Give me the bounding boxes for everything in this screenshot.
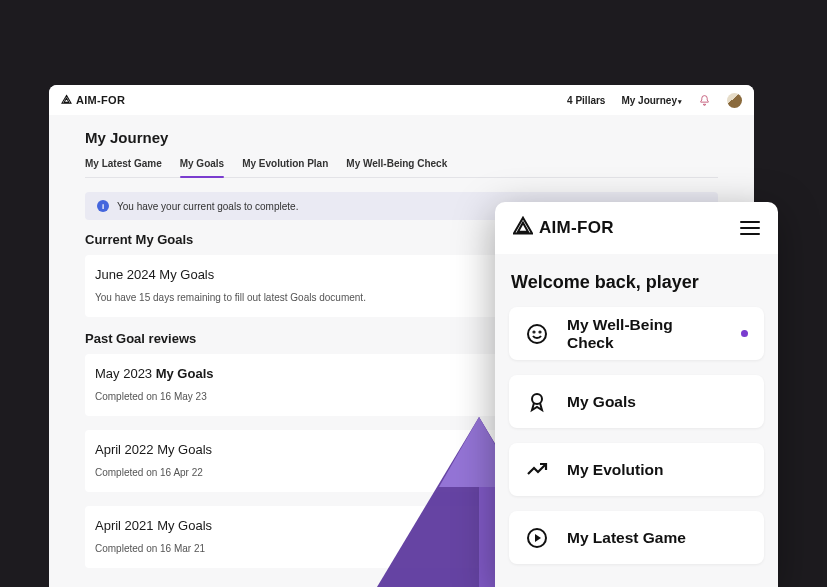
menu-icon[interactable] [740,221,760,235]
desktop-header: AIM-FOR 4 Pillars My Journey▾ [49,85,754,115]
brand-logo[interactable]: AIM-FOR [61,94,125,107]
logo-icon [61,94,72,107]
welcome-heading: Welcome back, player [511,272,764,293]
tab-bar: My Latest Game My Goals My Evolution Pla… [85,156,718,178]
chevron-down-icon: ▾ [678,98,682,105]
mobile-header: AIM-FOR [495,202,778,254]
svg-point-6 [532,394,542,404]
card-my-latest-game[interactable]: My Latest Game [509,511,764,564]
trend-up-icon [525,458,549,482]
svg-point-3 [528,325,546,343]
card-label: My Latest Game [567,529,686,547]
card-well-being-check[interactable]: My Well-Being Check [509,307,764,360]
title-month: June 2024 [95,267,159,282]
title-month: May 2023 [95,366,156,381]
tab-my-evolution-plan[interactable]: My Evolution Plan [242,156,328,177]
title-month: April 2021 [95,518,157,533]
nav-my-journey[interactable]: My Journey▾ [621,95,682,106]
rosette-icon [525,390,549,414]
mobile-body: Welcome back, player My Well-Being Check… [495,254,778,587]
tab-my-latest-game[interactable]: My Latest Game [85,156,162,177]
notifications-icon[interactable] [698,94,711,107]
mobile-app-window: AIM-FOR Welcome back, player My Well-Bei… [495,202,778,587]
header-right: 4 Pillars My Journey▾ [567,93,742,108]
svg-point-4 [533,331,534,332]
brand-logo[interactable]: AIM-FOR [513,216,614,241]
title-bold: My Goals [157,442,212,457]
svg-marker-8 [535,534,541,542]
card-label: My Well-Being Check [567,316,719,352]
card-label: My Evolution [567,461,663,479]
logo-icon [513,216,533,241]
tab-my-goals[interactable]: My Goals [180,156,224,177]
svg-point-5 [539,331,540,332]
play-circle-icon [525,526,549,550]
card-my-goals[interactable]: My Goals [509,375,764,428]
notification-dot [741,330,748,337]
title-month: April 2022 [95,442,157,457]
info-icon: i [97,200,109,212]
brand-text: AIM-FOR [539,218,614,238]
nav-my-journey-label: My Journey [621,95,677,106]
title-bold: My Goals [156,366,214,381]
tab-my-well-being-check[interactable]: My Well-Being Check [346,156,447,177]
smile-icon [525,322,549,346]
brand-text: AIM-FOR [76,94,125,106]
title-bold: My Goals [159,267,214,282]
page-title: My Journey [85,129,718,146]
title-bold: My Goals [157,518,212,533]
user-avatar[interactable] [727,93,742,108]
card-label: My Goals [567,393,636,411]
card-my-evolution[interactable]: My Evolution [509,443,764,496]
nav-4-pillars[interactable]: 4 Pillars [567,95,605,106]
info-banner-text: You have your current goals to complete. [117,201,298,212]
